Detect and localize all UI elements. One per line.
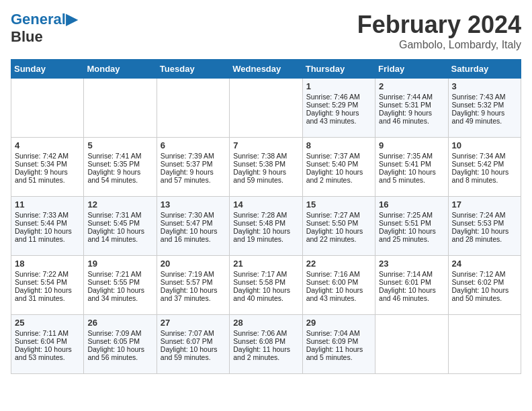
cell-content: Daylight: 9 hours [452,109,517,117]
cell-content: and 51 minutes. [15,176,80,184]
cell-content: and 2 minutes. [306,176,371,184]
day-number: 9 [379,140,444,150]
cell-content: Sunset: 6:05 PM [87,337,152,345]
calendar-cell: 25Sunrise: 7:11 AMSunset: 6:04 PMDayligh… [11,315,84,374]
cell-content: Daylight: 10 hours [161,286,226,294]
calendar-cell [157,79,229,138]
cell-content: Sunrise: 7:46 AM [306,93,371,101]
cell-content: Sunset: 5:47 PM [161,219,226,227]
day-number: 6 [161,140,226,150]
cell-content: Sunset: 5:44 PM [15,219,80,227]
weekday-header-saturday: Saturday [448,60,521,79]
cell-content: and 49 minutes. [452,117,517,125]
cell-content: Sunrise: 7:22 AM [15,270,80,278]
calendar-cell: 26Sunrise: 7:09 AMSunset: 6:05 PMDayligh… [84,315,157,374]
cell-content: and 56 minutes. [87,353,152,361]
calendar-cell: 23Sunrise: 7:14 AMSunset: 6:01 PMDayligh… [375,256,448,315]
calendar-cell: 4Sunrise: 7:42 AMSunset: 5:34 PMDaylight… [11,138,84,197]
calendar-cell: 6Sunrise: 7:39 AMSunset: 5:37 PMDaylight… [157,138,229,197]
cell-content: and 54 minutes. [87,176,152,184]
day-number: 7 [233,140,298,150]
page-header: General▶ Blue February 2024 Gambolo, Lom… [11,11,521,51]
cell-content: Daylight: 10 hours [15,227,80,235]
cell-content: and 46 minutes. [379,294,444,302]
month-title: February 2024 [357,11,521,39]
calendar-cell: 24Sunrise: 7:12 AMSunset: 6:02 PMDayligh… [448,256,521,315]
cell-content: Sunset: 5:54 PM [15,278,80,286]
cell-content: Daylight: 10 hours [452,168,517,176]
cell-content: Sunset: 6:09 PM [306,337,371,345]
cell-content: Sunset: 5:53 PM [452,219,517,227]
cell-content: Daylight: 11 hours [233,345,298,353]
cell-content: Sunrise: 7:33 AM [15,211,80,219]
cell-content: Sunrise: 7:04 AM [306,329,371,337]
cell-content: Daylight: 11 hours [306,345,371,353]
cell-content: Sunset: 5:40 PM [306,160,371,168]
calendar-cell: 15Sunrise: 7:27 AMSunset: 5:50 PMDayligh… [302,197,375,256]
cell-content: Daylight: 9 hours [306,109,371,117]
cell-content: Sunset: 5:37 PM [161,160,226,168]
calendar-cell: 13Sunrise: 7:30 AMSunset: 5:47 PMDayligh… [157,197,229,256]
cell-content: Sunset: 5:45 PM [87,219,152,227]
cell-content: Sunrise: 7:27 AM [306,211,371,219]
calendar-cell: 28Sunrise: 7:06 AMSunset: 6:08 PMDayligh… [230,315,302,374]
cell-content: and 16 minutes. [161,235,226,243]
cell-content: and 59 minutes. [161,353,226,361]
cell-content: Daylight: 9 hours [379,109,444,117]
cell-content: Sunrise: 7:16 AM [306,270,371,278]
calendar-cell: 2Sunrise: 7:44 AMSunset: 5:31 PMDaylight… [375,79,448,138]
cell-content: Sunset: 5:55 PM [87,278,152,286]
cell-content: Sunrise: 7:25 AM [379,211,444,219]
cell-content: Sunrise: 7:39 AM [161,152,226,160]
cell-content: and 8 minutes. [452,176,517,184]
cell-content: Sunset: 6:02 PM [452,278,517,286]
cell-content: Sunrise: 7:28 AM [233,211,298,219]
cell-content: Sunrise: 7:37 AM [306,152,371,160]
cell-content: Sunset: 5:57 PM [161,278,226,286]
cell-content: Sunset: 5:58 PM [233,278,298,286]
cell-content: Daylight: 10 hours [87,227,152,235]
cell-content: Daylight: 9 hours [161,168,226,176]
calendar-cell: 12Sunrise: 7:31 AMSunset: 5:45 PMDayligh… [84,197,157,256]
day-number: 16 [379,199,444,210]
day-number: 2 [379,81,444,91]
cell-content: Sunrise: 7:06 AM [233,329,298,337]
cell-content: Sunset: 5:35 PM [87,160,152,168]
calendar-cell: 5Sunrise: 7:41 AMSunset: 5:35 PMDaylight… [84,138,157,197]
cell-content: Sunset: 6:04 PM [15,337,80,345]
calendar-cell: 22Sunrise: 7:16 AMSunset: 6:00 PMDayligh… [302,256,375,315]
day-number: 12 [87,199,152,210]
calendar-cell: 14Sunrise: 7:28 AMSunset: 5:48 PMDayligh… [230,197,302,256]
cell-content: Sunrise: 7:24 AM [452,211,517,219]
day-number: 14 [233,199,298,210]
calendar-table: SundayMondayTuesdayWednesdayThursdayFrid… [11,59,521,374]
cell-content: Daylight: 10 hours [452,286,517,294]
cell-content: Daylight: 10 hours [306,168,371,176]
calendar-cell: 19Sunrise: 7:21 AMSunset: 5:55 PMDayligh… [84,256,157,315]
cell-content: Daylight: 10 hours [233,286,298,294]
cell-content: and 34 minutes. [87,294,152,302]
cell-content: Sunset: 6:01 PM [379,278,444,286]
cell-content: Sunset: 5:51 PM [379,219,444,227]
cell-content: Daylight: 9 hours [87,168,152,176]
calendar-cell: 1Sunrise: 7:46 AMSunset: 5:29 PMDaylight… [302,79,375,138]
calendar-cell: 3Sunrise: 7:43 AMSunset: 5:32 PMDaylight… [448,79,521,138]
cell-content: and 46 minutes. [379,117,444,125]
day-number: 18 [15,259,80,269]
cell-content: Daylight: 10 hours [87,286,152,294]
day-number: 17 [452,199,517,210]
day-number: 1 [306,81,371,91]
cell-content: and 2 minutes. [233,353,298,361]
day-number: 13 [161,199,226,210]
cell-content: Sunset: 6:07 PM [161,337,226,345]
day-number: 11 [15,199,80,210]
calendar-cell: 7Sunrise: 7:38 AMSunset: 5:38 PMDaylight… [230,138,302,197]
cell-content: Daylight: 9 hours [15,168,80,176]
cell-content: Sunset: 5:41 PM [379,160,444,168]
cell-content: Daylight: 10 hours [161,227,226,235]
calendar-cell: 8Sunrise: 7:37 AMSunset: 5:40 PMDaylight… [302,138,375,197]
cell-content: and 14 minutes. [87,235,152,243]
cell-content: Sunrise: 7:41 AM [87,152,152,160]
cell-content: Daylight: 9 hours [233,168,298,176]
day-number: 15 [306,199,371,210]
